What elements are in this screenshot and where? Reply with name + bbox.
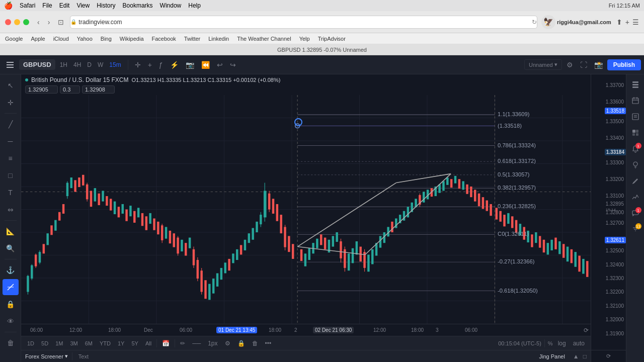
- screenshot-tool[interactable]: 📷: [183, 59, 197, 71]
- crosshair-tool[interactable]: ✛: [3, 95, 19, 111]
- measure-tool[interactable]: ⇔: [3, 202, 19, 218]
- horizontal-line-tool[interactable]: ─: [3, 133, 19, 149]
- undo-tool[interactable]: ↩: [214, 59, 225, 71]
- reset-chart-icon[interactable]: ⟳: [584, 327, 589, 334]
- calendar-icon-btn[interactable]: 📅: [160, 339, 172, 348]
- drawing-btn[interactable]: ✏: [178, 339, 187, 348]
- auto-btn[interactable]: auto: [571, 339, 587, 348]
- menu-bookmarks[interactable]: Bookmarks: [123, 2, 153, 9]
- delete-btn[interactable]: 🗑: [250, 339, 260, 348]
- forex-screener-btn[interactable]: Forex Screener ▾: [25, 353, 68, 359]
- ideas-btn[interactable]: [628, 158, 642, 172]
- menu-history[interactable]: History: [97, 2, 115, 9]
- lock-drawings-tool[interactable]: 🔒: [3, 296, 19, 312]
- maximize-button[interactable]: [23, 19, 29, 25]
- tf-5y[interactable]: 5Y: [129, 339, 140, 347]
- unnamed-layout-btn[interactable]: Unnamed ▾: [524, 59, 562, 70]
- price-axis-reset[interactable]: ⟳: [606, 353, 611, 359]
- line-tool[interactable]: ╱: [3, 116, 19, 132]
- snapshot-btn[interactable]: 📸: [592, 59, 605, 71]
- line-width-btn[interactable]: 1px: [206, 339, 219, 348]
- redo-tool[interactable]: ↪: [227, 59, 238, 71]
- menu-window[interactable]: Window: [160, 2, 182, 9]
- bookmark-bing[interactable]: Bing: [101, 36, 112, 42]
- hamburger-menu[interactable]: [3, 58, 17, 72]
- publish-button[interactable]: Publish: [607, 59, 641, 70]
- bookmark-linkedin[interactable]: Linkedin: [208, 36, 229, 42]
- menu-file[interactable]: File: [42, 2, 52, 9]
- text-tool-btn[interactable]: Text: [76, 353, 91, 360]
- price-input-2[interactable]: [60, 85, 80, 94]
- bookmark-google[interactable]: Google: [5, 36, 23, 42]
- tf-1y[interactable]: 1Y: [116, 339, 126, 347]
- news-btn[interactable]: [628, 110, 642, 124]
- share-button[interactable]: ⬆: [616, 18, 622, 26]
- tf-6m[interactable]: 6M: [83, 339, 95, 347]
- screener-side-btn[interactable]: 13: [628, 222, 642, 236]
- bookmark-apple[interactable]: Apple: [31, 36, 45, 42]
- bookmark-yahoo[interactable]: Yahoo: [77, 36, 93, 42]
- show-tabs-button[interactable]: ⊡: [56, 17, 66, 27]
- lock-btn[interactable]: 🔒: [235, 339, 247, 348]
- bookmark-weather[interactable]: The Weather Channel: [237, 36, 291, 42]
- calendar-btn[interactable]: [628, 94, 642, 108]
- tf-w[interactable]: W: [95, 60, 106, 70]
- anchor-tool[interactable]: ⚓: [3, 262, 19, 278]
- trash-tool[interactable]: 🗑: [3, 335, 19, 351]
- settings-btn[interactable]: ⚙: [564, 59, 576, 71]
- url-bar[interactable]: 🔒 tradingview.com ↻: [70, 16, 537, 29]
- tf-all[interactable]: All: [143, 339, 153, 347]
- price-input-3[interactable]: [82, 85, 115, 94]
- tf-d[interactable]: D: [85, 60, 94, 70]
- minimize-button[interactable]: [14, 19, 20, 25]
- text-tool[interactable]: T: [3, 185, 19, 201]
- eye-tool[interactable]: 👁: [3, 313, 19, 329]
- apple-menu[interactable]: 🍎: [4, 2, 13, 10]
- gann-tool[interactable]: 📐: [3, 223, 19, 239]
- cursor-tool[interactable]: ↖: [3, 77, 19, 94]
- tf-4h[interactable]: 4H: [71, 60, 84, 70]
- chart-canvas[interactable]: 1.1(1.33609) (1.33518) 0.786(1.33324) 0.…: [21, 95, 591, 324]
- more-btn[interactable]: •••: [263, 339, 274, 348]
- sidebar-toggle[interactable]: ☰: [632, 18, 639, 26]
- panel-expand-btn[interactable]: □: [583, 353, 587, 360]
- menu-safari[interactable]: Safari: [20, 2, 35, 9]
- bookmark-facebook[interactable]: Facebook: [152, 36, 176, 42]
- tf-ytd[interactable]: YTD: [98, 339, 113, 347]
- bookmark-icloud[interactable]: iCloud: [53, 36, 69, 42]
- back-button[interactable]: ‹: [35, 17, 42, 27]
- tf-3m[interactable]: 3M: [68, 339, 79, 347]
- chat-btn[interactable]: 1: [628, 206, 642, 220]
- menu-help[interactable]: Help: [188, 2, 201, 9]
- fibonacci-tool[interactable]: [3, 279, 19, 295]
- bookmark-wikipedia[interactable]: Wikipedia: [120, 36, 144, 42]
- replay-tool[interactable]: ⏪: [199, 59, 212, 71]
- new-tab-button[interactable]: +: [625, 18, 629, 26]
- tf-1h[interactable]: 1H: [57, 60, 70, 70]
- indicator-tool[interactable]: ƒ: [156, 59, 166, 71]
- forward-button[interactable]: ›: [46, 17, 52, 27]
- compare-tool[interactable]: +: [145, 59, 154, 71]
- symbol-selector[interactable]: GBPUSD: [19, 59, 55, 70]
- pine-editor-btn[interactable]: [628, 174, 642, 188]
- data-window-btn[interactable]: [628, 126, 642, 140]
- fullscreen-btn[interactable]: ⛶: [578, 59, 590, 71]
- bookmark-tripadvisor[interactable]: TripAdvisor: [318, 36, 346, 42]
- settings-gear-btn[interactable]: ⚙: [223, 339, 232, 348]
- bookmark-twitter[interactable]: Twitter: [184, 36, 200, 42]
- alerts-tool[interactable]: ⚡: [168, 59, 181, 71]
- tf-5d[interactable]: 5D: [39, 339, 50, 347]
- crosshair-tool[interactable]: ✛: [132, 59, 143, 71]
- log-btn[interactable]: log: [556, 339, 568, 348]
- channel-tool[interactable]: ≡: [3, 150, 19, 166]
- tf-1d[interactable]: 1D: [25, 339, 36, 347]
- menu-edit[interactable]: Edit: [59, 2, 70, 9]
- zoom-tool[interactable]: 🔍: [3, 240, 19, 256]
- close-button[interactable]: [5, 19, 11, 25]
- rect-tool[interactable]: □: [3, 167, 19, 184]
- line-style-btn[interactable]: ──: [190, 339, 203, 348]
- panel-collapse-btn[interactable]: ▲: [573, 353, 579, 360]
- menu-view[interactable]: View: [76, 2, 90, 9]
- tf-1m[interactable]: 1M: [53, 339, 65, 347]
- price-input-1[interactable]: [25, 85, 58, 94]
